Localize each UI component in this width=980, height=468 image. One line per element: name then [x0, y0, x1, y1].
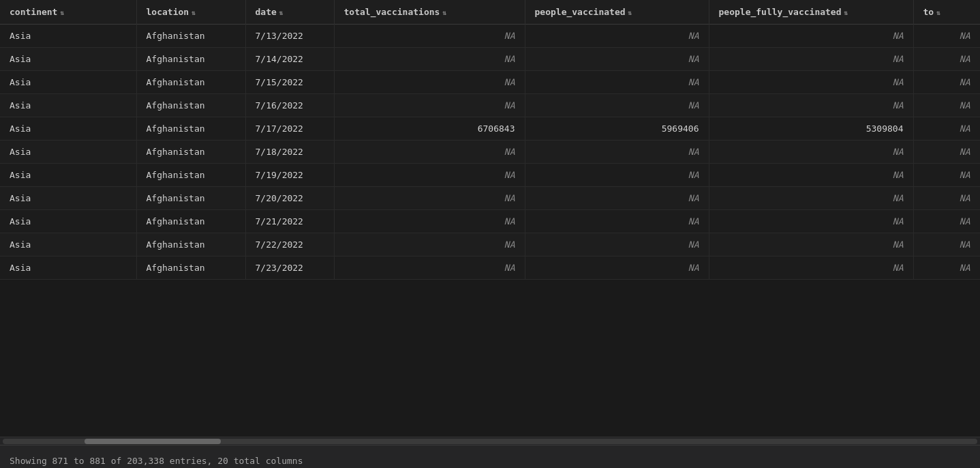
- sort-icon: ⇅: [60, 9, 64, 16]
- cell-people_vaccinated: 5969406: [525, 117, 709, 141]
- cell-location: Afghanistan: [136, 25, 245, 48]
- cell-people_vaccinated: NA: [525, 48, 709, 71]
- table-row: AsiaAfghanistan7/21/2022NANANANA: [0, 210, 980, 233]
- cell-continent: Asia: [0, 117, 136, 141]
- table-row: AsiaAfghanistan7/22/2022NANANANA: [0, 233, 980, 257]
- scrollbar-track: [3, 439, 977, 444]
- table-row: AsiaAfghanistan7/19/2022NANANANA: [0, 164, 980, 187]
- horizontal-scrollbar[interactable]: [0, 437, 980, 445]
- cell-people_fully_vaccinated: NA: [709, 233, 913, 257]
- cell-continent: Asia: [0, 233, 136, 257]
- cell-date: 7/15/2022: [245, 71, 334, 94]
- cell-people_vaccinated: NA: [525, 94, 709, 117]
- cell-total_vaccinations: NA: [334, 164, 525, 187]
- cell-total_vaccinations: NA: [334, 25, 525, 48]
- table-row: AsiaAfghanistan7/16/2022NANANANA: [0, 94, 980, 117]
- column-header-date[interactable]: date⇅: [245, 0, 334, 25]
- cell-date: 7/17/2022: [245, 117, 334, 141]
- cell-date: 7/16/2022: [245, 94, 334, 117]
- cell-location: Afghanistan: [136, 233, 245, 257]
- data-table: continent⇅location⇅date⇅total_vaccinatio…: [0, 0, 980, 437]
- cell-total_vaccinations: NA: [334, 210, 525, 233]
- table-row: AsiaAfghanistan7/15/2022NANANANA: [0, 71, 980, 94]
- column-header-location[interactable]: location⇅: [136, 0, 245, 25]
- cell-location: Afghanistan: [136, 117, 245, 141]
- sort-icon: ⇅: [844, 9, 848, 16]
- sort-icon: ⇅: [936, 9, 940, 16]
- cell-date: 7/18/2022: [245, 141, 334, 164]
- table-footer: Showing 871 to 881 of 203,338 entries, 2…: [0, 445, 980, 468]
- table-row: AsiaAfghanistan7/18/2022NANANANA: [0, 141, 980, 164]
- cell-to: NA: [913, 164, 980, 187]
- cell-date: 7/23/2022: [245, 257, 334, 280]
- scrollbar-thumb[interactable]: [85, 439, 221, 444]
- cell-total_vaccinations: NA: [334, 71, 525, 94]
- column-header-to[interactable]: to⇅: [913, 0, 980, 25]
- cell-people_fully_vaccinated: 5309804: [709, 117, 913, 141]
- cell-continent: Asia: [0, 210, 136, 233]
- cell-continent: Asia: [0, 94, 136, 117]
- cell-total_vaccinations: NA: [334, 48, 525, 71]
- cell-date: 7/13/2022: [245, 25, 334, 48]
- sort-icon: ⇅: [628, 9, 632, 16]
- cell-people_vaccinated: NA: [525, 71, 709, 94]
- cell-people_vaccinated: NA: [525, 210, 709, 233]
- cell-to: NA: [913, 25, 980, 48]
- cell-continent: Asia: [0, 141, 136, 164]
- cell-people_vaccinated: NA: [525, 187, 709, 210]
- cell-people_fully_vaccinated: NA: [709, 164, 913, 187]
- column-header-people_fully_vaccinated[interactable]: people_fully_vaccinated⇅: [709, 0, 913, 25]
- sort-icon: ⇅: [192, 9, 196, 16]
- column-header-total_vaccinations[interactable]: total_vaccinations⇅: [334, 0, 525, 25]
- table-row: AsiaAfghanistan7/13/2022NANANANA: [0, 25, 980, 48]
- table-row: AsiaAfghanistan7/14/2022NANANANA: [0, 48, 980, 71]
- sort-icon: ⇅: [442, 9, 446, 16]
- cell-people_vaccinated: NA: [525, 141, 709, 164]
- cell-continent: Asia: [0, 187, 136, 210]
- cell-to: NA: [913, 210, 980, 233]
- status-text: Showing 871 to 881 of 203,338 entries, 2…: [10, 456, 303, 466]
- cell-date: 7/20/2022: [245, 187, 334, 210]
- cell-to: NA: [913, 257, 980, 280]
- cell-to: NA: [913, 117, 980, 141]
- cell-total_vaccinations: NA: [334, 94, 525, 117]
- sort-icon: ⇅: [279, 9, 284, 16]
- cell-total_vaccinations: NA: [334, 233, 525, 257]
- cell-date: 7/21/2022: [245, 210, 334, 233]
- cell-to: NA: [913, 233, 980, 257]
- cell-date: 7/19/2022: [245, 164, 334, 187]
- cell-total_vaccinations: NA: [334, 257, 525, 280]
- cell-people_vaccinated: NA: [525, 233, 709, 257]
- cell-to: NA: [913, 187, 980, 210]
- cell-people_fully_vaccinated: NA: [709, 71, 913, 94]
- cell-to: NA: [913, 71, 980, 94]
- cell-location: Afghanistan: [136, 94, 245, 117]
- cell-to: NA: [913, 94, 980, 117]
- column-header-people_vaccinated[interactable]: people_vaccinated⇅: [525, 0, 709, 25]
- cell-to: NA: [913, 48, 980, 71]
- cell-people_fully_vaccinated: NA: [709, 141, 913, 164]
- table-row: AsiaAfghanistan7/23/2022NANANANA: [0, 257, 980, 280]
- cell-location: Afghanistan: [136, 187, 245, 210]
- column-header-continent[interactable]: continent⇅: [0, 0, 136, 25]
- cell-location: Afghanistan: [136, 71, 245, 94]
- cell-people_fully_vaccinated: NA: [709, 94, 913, 117]
- cell-location: Afghanistan: [136, 164, 245, 187]
- vaccination-table: continent⇅location⇅date⇅total_vaccinatio…: [0, 0, 980, 280]
- cell-location: Afghanistan: [136, 141, 245, 164]
- cell-continent: Asia: [0, 25, 136, 48]
- cell-date: 7/14/2022: [245, 48, 334, 71]
- table-row: AsiaAfghanistan7/17/20226706843596940653…: [0, 117, 980, 141]
- table-row: AsiaAfghanistan7/20/2022NANANANA: [0, 187, 980, 210]
- cell-people_fully_vaccinated: NA: [709, 48, 913, 71]
- cell-location: Afghanistan: [136, 257, 245, 280]
- cell-total_vaccinations: 6706843: [334, 117, 525, 141]
- cell-to: NA: [913, 141, 980, 164]
- cell-location: Afghanistan: [136, 48, 245, 71]
- cell-total_vaccinations: NA: [334, 187, 525, 210]
- cell-total_vaccinations: NA: [334, 141, 525, 164]
- cell-people_fully_vaccinated: NA: [709, 210, 913, 233]
- cell-continent: Asia: [0, 257, 136, 280]
- table-header-row: continent⇅location⇅date⇅total_vaccinatio…: [0, 0, 980, 25]
- cell-people_vaccinated: NA: [525, 25, 709, 48]
